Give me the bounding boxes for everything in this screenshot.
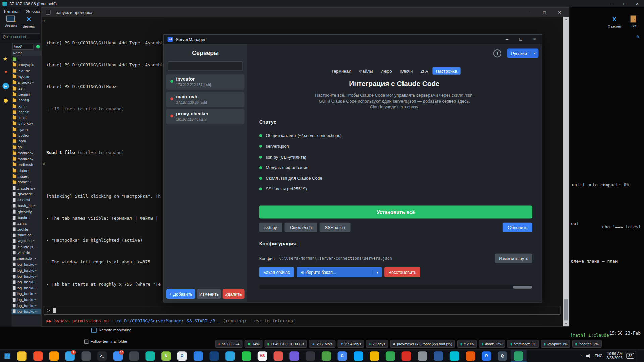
taskbar-app-icon[interactable] — [430, 350, 446, 362]
scrollbar-thumb[interactable] — [513, 286, 532, 289]
edit-server-button[interactable]: Изменить — [197, 289, 221, 299]
taskbar-app-icon[interactable]: >_ — [94, 350, 110, 362]
list-item[interactable]: mariadb-~ — [11, 156, 41, 162]
start-button[interactable] — [0, 350, 14, 362]
list-item[interactable]: proxyapis — [11, 62, 41, 68]
taskbar-app-icon[interactable]: R — [479, 350, 495, 362]
taskbar-app-icon[interactable] — [142, 350, 158, 362]
list-item[interactable]: .mariadb_~ — [11, 256, 41, 262]
maximize-icon[interactable] — [623, 1, 626, 6]
sftp-name-column-header[interactable]: Name — [11, 51, 41, 56]
taskbar-app-icon[interactable] — [270, 350, 286, 362]
list-item[interactable]: log_backu~ — [11, 309, 41, 315]
taskbar-app-icon[interactable]: 20 — [110, 350, 126, 362]
download-icon[interactable]: ▼ — [4, 70, 8, 75]
change-path-button[interactable]: Изменить путь — [495, 254, 532, 263]
list-item[interactable]: log_backu~ — [11, 303, 41, 309]
scroll-up-icon[interactable] — [563, 18, 569, 21]
list-item[interactable]: .cli-proxy — [11, 121, 41, 127]
list-item[interactable]: myvpn — [11, 74, 41, 80]
taskbar-app-icon[interactable]: O — [174, 350, 190, 362]
minimize-icon[interactable] — [506, 37, 509, 42]
server-list-item[interactable]: investor 173.212.212.157 [ssh] — [166, 74, 245, 90]
list-item[interactable]: log_backu~ — [11, 267, 41, 274]
list-item[interactable]: dotnet9 — [11, 179, 41, 185]
taskbar-app-icon[interactable] — [46, 350, 62, 362]
component-button[interactable]: ssh.py — [259, 223, 282, 232]
list-item[interactable]: ai-proxy~ — [11, 80, 41, 86]
taskbar-app-icon[interactable]: HS — [254, 350, 270, 362]
close-icon[interactable] — [533, 37, 536, 42]
menu-terminal[interactable]: Terminal — [3, 9, 20, 14]
taskbar-app-icon[interactable] — [511, 350, 527, 362]
list-item[interactable]: .profile — [11, 226, 41, 232]
tray-expand-icon[interactable] — [580, 354, 582, 358]
taskbar-app-icon[interactable] — [463, 350, 479, 362]
backup-select-dropdown[interactable]: Выберите бэкап... — [297, 267, 382, 277]
list-item[interactable]: .wget-hst~ — [11, 238, 41, 244]
component-button[interactable]: Скилл /ssh — [285, 223, 317, 232]
list-item[interactable]: .qwen — [11, 127, 41, 133]
list-item[interactable]: .dotnet — [11, 168, 41, 174]
backup-now-button[interactable]: Бэкап сейчас — [259, 267, 294, 277]
taskbar-app-icon[interactable] — [286, 350, 302, 362]
list-item[interactable]: .config — [11, 97, 41, 103]
add-server-button[interactable]: + Добавить — [166, 289, 195, 299]
list-item[interactable]: log_backu~ — [11, 273, 41, 279]
list-item[interactable]: log_backu~ — [11, 261, 41, 267]
clock[interactable]: 10:56 AM 2/23/2026 — [606, 352, 623, 360]
list-item[interactable]: .local — [11, 115, 41, 121]
show-desktop-button[interactable] — [638, 350, 640, 362]
claude-prompt-input[interactable]: > — [44, 306, 561, 315]
taskbar-app-icon[interactable] — [238, 350, 254, 362]
taskbar-app-icon[interactable] — [318, 350, 334, 362]
taskbar-app-icon[interactable] — [14, 350, 30, 362]
taskbar-app-icon[interactable]: 2 — [62, 350, 78, 362]
list-item[interactable]: .. — [11, 56, 41, 62]
horizontal-scrollbar[interactable] — [259, 285, 532, 289]
list-item[interactable]: log_backu~ — [11, 291, 41, 297]
taskbar-app-icon[interactable] — [206, 350, 222, 362]
server-list-item[interactable]: proxy-checker 161.97.118.40 [ssh] — [166, 109, 245, 124]
install-all-button[interactable]: Установить всё — [259, 205, 532, 218]
minimize-icon[interactable] — [529, 10, 531, 14]
taskbar-app-icon[interactable] — [190, 350, 206, 362]
list-item[interactable]: .git-crede~ — [11, 191, 41, 197]
taskbar-app-icon[interactable] — [415, 350, 431, 362]
list-item[interactable]: .bashrc — [11, 215, 41, 221]
volume-icon[interactable] — [586, 354, 591, 358]
list-item[interactable]: .codex — [11, 132, 41, 138]
close-icon[interactable] — [558, 10, 561, 14]
taskbar-app-icon[interactable] — [366, 350, 382, 362]
list-item[interactable]: .tmux.co~ — [11, 232, 41, 238]
restore-button[interactable]: Восстановить — [384, 267, 420, 277]
list-item[interactable]: .gemini — [11, 92, 41, 98]
refresh-button[interactable]: Обновить — [503, 223, 532, 232]
maximize-icon[interactable] — [519, 37, 522, 42]
notification-count-badge[interactable]: 32 — [626, 353, 634, 359]
minimize-icon[interactable] — [611, 1, 613, 6]
pencil-icon[interactable]: ✎ — [636, 35, 640, 40]
taskbar-app-icon[interactable]: Q — [494, 350, 511, 362]
server-search-input[interactable] — [168, 61, 243, 71]
taskbar-app-icon[interactable] — [446, 350, 463, 362]
scrollbar-thumb[interactable] — [564, 299, 568, 321]
terminal-titlebar[interactable]: · запуск и проверка — [42, 8, 569, 17]
scroll-down-icon[interactable] — [563, 322, 569, 325]
taskbar-app-icon[interactable] — [398, 350, 415, 362]
delete-server-button[interactable]: Удалить — [223, 289, 245, 299]
toolbar-xserver-button[interactable]: X X server — [605, 16, 624, 29]
telegram-icon[interactable]: ▶ — [2, 83, 9, 89]
star-icon[interactable]: ★ — [3, 56, 8, 62]
taskbar-app-icon[interactable] — [350, 350, 366, 362]
sftp-path-input[interactable]: /root/ — [12, 44, 34, 50]
taskbar-app-icon[interactable] — [30, 350, 46, 362]
maximize-icon[interactable] — [543, 10, 545, 14]
list-item[interactable]: .zshrc — [11, 221, 41, 227]
language-indicator[interactable]: ENG — [595, 354, 603, 358]
list-item[interactable]: log_backu~ — [11, 285, 41, 291]
list-item[interactable]: .viminfo — [11, 250, 41, 256]
refresh-icon[interactable] — [36, 45, 40, 48]
yellow-dot-icon[interactable] — [4, 99, 8, 103]
list-item[interactable]: .gitconfig — [11, 209, 41, 215]
